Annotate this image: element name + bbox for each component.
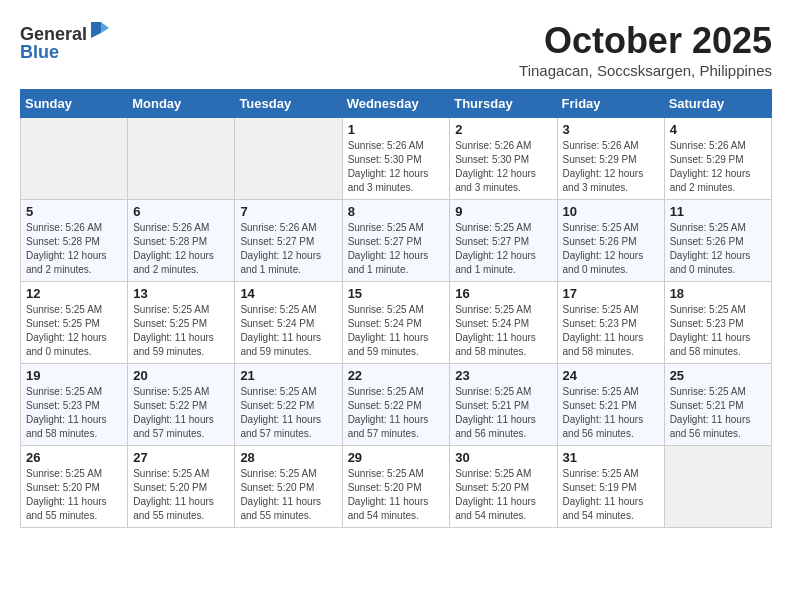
day-number: 2 <box>455 122 551 137</box>
calendar-cell: 24Sunrise: 5:25 AM Sunset: 5:21 PM Dayli… <box>557 364 664 446</box>
weekday-header: Wednesday <box>342 90 450 118</box>
calendar-cell: 26Sunrise: 5:25 AM Sunset: 5:20 PM Dayli… <box>21 446 128 528</box>
day-number: 14 <box>240 286 336 301</box>
calendar-cell: 21Sunrise: 5:25 AM Sunset: 5:22 PM Dayli… <box>235 364 342 446</box>
day-info: Sunrise: 5:25 AM Sunset: 5:23 PM Dayligh… <box>670 303 766 359</box>
calendar-cell: 20Sunrise: 5:25 AM Sunset: 5:22 PM Dayli… <box>128 364 235 446</box>
day-number: 8 <box>348 204 445 219</box>
day-number: 7 <box>240 204 336 219</box>
day-number: 11 <box>670 204 766 219</box>
day-info: Sunrise: 5:25 AM Sunset: 5:21 PM Dayligh… <box>670 385 766 441</box>
title-block: October 2025 Tinagacan, Soccsksargen, Ph… <box>519 20 772 79</box>
calendar-cell: 28Sunrise: 5:25 AM Sunset: 5:20 PM Dayli… <box>235 446 342 528</box>
day-number: 22 <box>348 368 445 383</box>
day-number: 26 <box>26 450 122 465</box>
calendar-cell: 7Sunrise: 5:26 AM Sunset: 5:27 PM Daylig… <box>235 200 342 282</box>
day-number: 9 <box>455 204 551 219</box>
calendar-cell: 29Sunrise: 5:25 AM Sunset: 5:20 PM Dayli… <box>342 446 450 528</box>
day-info: Sunrise: 5:26 AM Sunset: 5:29 PM Dayligh… <box>670 139 766 195</box>
day-info: Sunrise: 5:25 AM Sunset: 5:23 PM Dayligh… <box>563 303 659 359</box>
day-info: Sunrise: 5:26 AM Sunset: 5:30 PM Dayligh… <box>348 139 445 195</box>
day-info: Sunrise: 5:25 AM Sunset: 5:22 PM Dayligh… <box>133 385 229 441</box>
calendar-cell: 17Sunrise: 5:25 AM Sunset: 5:23 PM Dayli… <box>557 282 664 364</box>
svg-marker-1 <box>101 22 109 33</box>
calendar-cell: 9Sunrise: 5:25 AM Sunset: 5:27 PM Daylig… <box>450 200 557 282</box>
day-number: 12 <box>26 286 122 301</box>
day-info: Sunrise: 5:26 AM Sunset: 5:27 PM Dayligh… <box>240 221 336 277</box>
calendar-cell: 18Sunrise: 5:25 AM Sunset: 5:23 PM Dayli… <box>664 282 771 364</box>
day-number: 18 <box>670 286 766 301</box>
calendar-cell: 30Sunrise: 5:25 AM Sunset: 5:20 PM Dayli… <box>450 446 557 528</box>
calendar-cell: 14Sunrise: 5:25 AM Sunset: 5:24 PM Dayli… <box>235 282 342 364</box>
calendar-cell <box>664 446 771 528</box>
day-number: 17 <box>563 286 659 301</box>
calendar-cell: 15Sunrise: 5:25 AM Sunset: 5:24 PM Dayli… <box>342 282 450 364</box>
calendar-cell <box>21 118 128 200</box>
calendar-cell: 11Sunrise: 5:25 AM Sunset: 5:26 PM Dayli… <box>664 200 771 282</box>
calendar-cell: 3Sunrise: 5:26 AM Sunset: 5:29 PM Daylig… <box>557 118 664 200</box>
day-info: Sunrise: 5:25 AM Sunset: 5:25 PM Dayligh… <box>133 303 229 359</box>
day-number: 10 <box>563 204 659 219</box>
day-number: 4 <box>670 122 766 137</box>
weekday-header: Sunday <box>21 90 128 118</box>
day-number: 21 <box>240 368 336 383</box>
day-number: 16 <box>455 286 551 301</box>
calendar-cell: 19Sunrise: 5:25 AM Sunset: 5:23 PM Dayli… <box>21 364 128 446</box>
day-info: Sunrise: 5:25 AM Sunset: 5:21 PM Dayligh… <box>563 385 659 441</box>
day-info: Sunrise: 5:25 AM Sunset: 5:20 PM Dayligh… <box>240 467 336 523</box>
calendar-cell: 8Sunrise: 5:25 AM Sunset: 5:27 PM Daylig… <box>342 200 450 282</box>
day-info: Sunrise: 5:26 AM Sunset: 5:29 PM Dayligh… <box>563 139 659 195</box>
day-number: 28 <box>240 450 336 465</box>
calendar-cell <box>128 118 235 200</box>
calendar-header-row: SundayMondayTuesdayWednesdayThursdayFrid… <box>21 90 772 118</box>
day-number: 20 <box>133 368 229 383</box>
day-info: Sunrise: 5:25 AM Sunset: 5:22 PM Dayligh… <box>348 385 445 441</box>
svg-marker-0 <box>91 22 101 38</box>
day-number: 27 <box>133 450 229 465</box>
page-header: General Blue October 2025 Tinagacan, Soc… <box>20 20 772 79</box>
day-number: 3 <box>563 122 659 137</box>
calendar-week-row: 1Sunrise: 5:26 AM Sunset: 5:30 PM Daylig… <box>21 118 772 200</box>
day-info: Sunrise: 5:25 AM Sunset: 5:25 PM Dayligh… <box>26 303 122 359</box>
calendar-week-row: 19Sunrise: 5:25 AM Sunset: 5:23 PM Dayli… <box>21 364 772 446</box>
day-number: 15 <box>348 286 445 301</box>
calendar-cell: 12Sunrise: 5:25 AM Sunset: 5:25 PM Dayli… <box>21 282 128 364</box>
day-info: Sunrise: 5:25 AM Sunset: 5:19 PM Dayligh… <box>563 467 659 523</box>
calendar-cell: 10Sunrise: 5:25 AM Sunset: 5:26 PM Dayli… <box>557 200 664 282</box>
day-info: Sunrise: 5:25 AM Sunset: 5:22 PM Dayligh… <box>240 385 336 441</box>
calendar-cell: 25Sunrise: 5:25 AM Sunset: 5:21 PM Dayli… <box>664 364 771 446</box>
calendar-week-row: 5Sunrise: 5:26 AM Sunset: 5:28 PM Daylig… <box>21 200 772 282</box>
calendar-cell: 31Sunrise: 5:25 AM Sunset: 5:19 PM Dayli… <box>557 446 664 528</box>
weekday-header: Thursday <box>450 90 557 118</box>
calendar-cell <box>235 118 342 200</box>
day-info: Sunrise: 5:25 AM Sunset: 5:20 PM Dayligh… <box>348 467 445 523</box>
day-info: Sunrise: 5:25 AM Sunset: 5:24 PM Dayligh… <box>240 303 336 359</box>
day-info: Sunrise: 5:25 AM Sunset: 5:27 PM Dayligh… <box>348 221 445 277</box>
month-title: October 2025 <box>519 20 772 62</box>
day-info: Sunrise: 5:25 AM Sunset: 5:21 PM Dayligh… <box>455 385 551 441</box>
logo-flag-icon <box>89 20 109 40</box>
calendar-cell: 23Sunrise: 5:25 AM Sunset: 5:21 PM Dayli… <box>450 364 557 446</box>
calendar-week-row: 12Sunrise: 5:25 AM Sunset: 5:25 PM Dayli… <box>21 282 772 364</box>
weekday-header: Friday <box>557 90 664 118</box>
day-info: Sunrise: 5:26 AM Sunset: 5:30 PM Dayligh… <box>455 139 551 195</box>
day-info: Sunrise: 5:25 AM Sunset: 5:27 PM Dayligh… <box>455 221 551 277</box>
weekday-header: Tuesday <box>235 90 342 118</box>
weekday-header: Monday <box>128 90 235 118</box>
day-number: 24 <box>563 368 659 383</box>
day-number: 30 <box>455 450 551 465</box>
day-number: 6 <box>133 204 229 219</box>
day-number: 13 <box>133 286 229 301</box>
calendar-cell: 6Sunrise: 5:26 AM Sunset: 5:28 PM Daylig… <box>128 200 235 282</box>
calendar-cell: 4Sunrise: 5:26 AM Sunset: 5:29 PM Daylig… <box>664 118 771 200</box>
day-number: 25 <box>670 368 766 383</box>
calendar-table: SundayMondayTuesdayWednesdayThursdayFrid… <box>20 89 772 528</box>
day-info: Sunrise: 5:25 AM Sunset: 5:20 PM Dayligh… <box>455 467 551 523</box>
logo-blue-text: Blue <box>20 42 59 62</box>
day-number: 23 <box>455 368 551 383</box>
location-text: Tinagacan, Soccsksargen, Philippines <box>519 62 772 79</box>
calendar-week-row: 26Sunrise: 5:25 AM Sunset: 5:20 PM Dayli… <box>21 446 772 528</box>
day-info: Sunrise: 5:25 AM Sunset: 5:26 PM Dayligh… <box>563 221 659 277</box>
day-info: Sunrise: 5:26 AM Sunset: 5:28 PM Dayligh… <box>26 221 122 277</box>
day-number: 31 <box>563 450 659 465</box>
